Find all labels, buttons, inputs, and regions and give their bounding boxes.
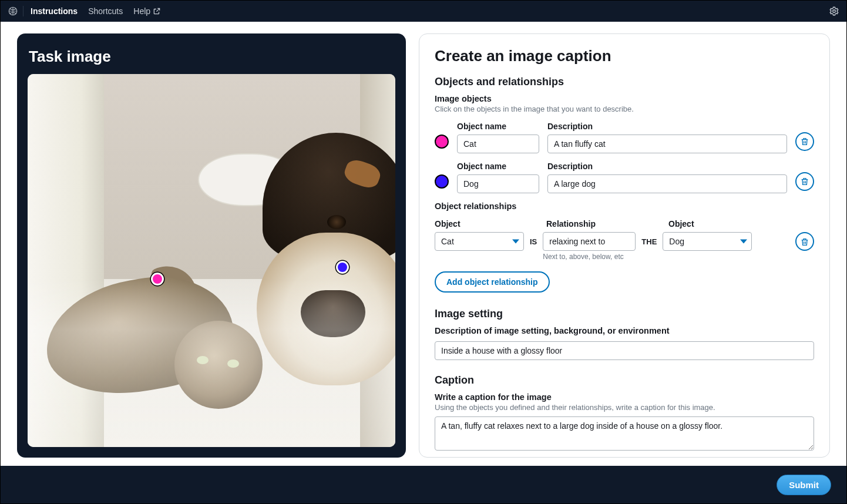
caption-hint: Using the objects you defined and their … [435,403,814,412]
object-row: Object name Description [435,122,814,153]
marker-pink[interactable] [151,273,164,285]
object-desc-label: Description [547,162,787,171]
caption-textarea[interactable] [435,416,814,451]
rel-object-label: Object [435,219,524,229]
trash-icon [800,137,809,146]
rel-hint: Next to, above, below, etc [543,253,636,261]
page-title: Create an image caption [435,47,814,65]
object-dot-blue [435,174,449,189]
object-desc-input[interactable] [547,135,787,153]
form-panel: Create an image caption Objects and rela… [419,33,830,458]
marker-blue[interactable] [336,261,349,274]
task-image[interactable] [28,74,395,447]
object-dot-pink [435,135,449,149]
bottombar: Submit [1,466,846,503]
nav-help[interactable]: Help [133,6,161,16]
trash-icon [800,237,809,247]
image-objects-heading: Image objects [435,94,814,103]
section-objects-heading: Objects and relationships [435,76,814,88]
object-desc-input[interactable] [547,174,787,193]
caption-label: Write a caption for the image [435,392,814,402]
svg-point-1 [833,10,836,13]
object-name-input[interactable] [457,174,539,193]
nav-help-label: Help [133,6,150,16]
external-link-icon [153,7,161,15]
relationships-heading: Object relationships [435,201,814,211]
rel-joiner-is: IS [530,232,537,246]
setting-input[interactable] [435,341,814,360]
object-row: Object name Description [435,162,814,193]
app-logo-icon [8,6,18,16]
submit-button[interactable]: Submit [777,475,831,495]
rel-relation-input[interactable] [543,232,636,251]
add-relationship-button[interactable]: Add object relationship [435,271,550,293]
setting-heading: Image setting [435,308,814,320]
nav-instructions[interactable]: Instructions [31,6,78,16]
topbar-divider [23,6,23,16]
nav-shortcuts[interactable]: Shortcuts [88,6,123,16]
object-name-input[interactable] [457,135,539,153]
rel-relationship-label: Relationship [546,219,639,229]
delete-object-button[interactable] [795,172,814,191]
setting-label: Description of image setting, background… [435,326,814,335]
delete-object-button[interactable] [795,132,814,151]
caption-heading: Caption [435,374,814,387]
trash-icon [800,177,809,186]
rel-object-a-select[interactable] [435,232,524,251]
rel-object-label: Object [668,219,758,229]
relationship-labels-row: Object Relationship Object [435,219,814,232]
task-image-panel: Task image [17,33,406,458]
task-image-title: Task image [29,48,395,66]
main: Task image Create an image caption Objec… [1,22,846,466]
rel-object-b-select[interactable] [663,232,752,251]
image-objects-hint: Click on the objects in the image that y… [435,105,814,113]
object-name-label: Object name [457,162,539,171]
settings-icon[interactable] [829,6,839,16]
relationship-row: IS Next to, above, below, etc THE [435,232,814,261]
rel-joiner-the: THE [641,232,657,246]
bg-shape [28,279,395,447]
topbar: Instructions Shortcuts Help [1,1,846,22]
object-desc-label: Description [547,122,787,131]
delete-relationship-button[interactable] [795,232,814,251]
object-name-label: Object name [457,122,539,131]
